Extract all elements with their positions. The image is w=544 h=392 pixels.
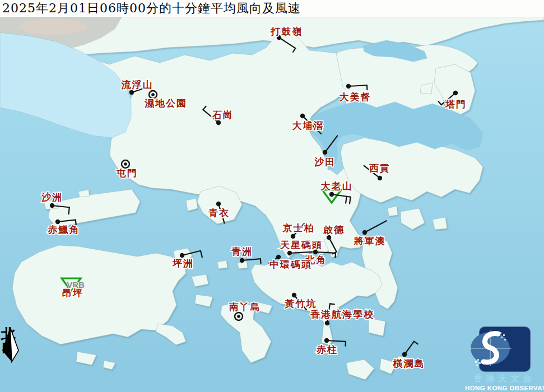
station-label: 屯門: [116, 167, 138, 179]
logo-name-en: HONG KONG OBSERVATORY: [465, 385, 544, 391]
station-label: 京士柏: [282, 222, 315, 234]
station-label: 中環碼頭: [269, 259, 312, 270]
logo-name-cn: 香港天文台: [465, 374, 544, 384]
station-label: 赤鱲角: [48, 224, 80, 235]
station-label: 青洲: [231, 246, 253, 257]
hk-map: 打鼓嶺流浮山濕地公園石崗大美督塔門大埔滘沙田西貢屯門沙洲赤鱲角大老山青衣坪洲青洲…: [0, 0, 544, 392]
title-bar: 2025年2月01日06時00分的十分鐘平均風向及風速: [0, 0, 544, 17]
calm-dot-icon: [124, 162, 127, 166]
station-label: 香港航海學校: [310, 309, 374, 320]
station-label: 打鼓嶺: [271, 26, 303, 37]
station-label: 塔門: [445, 99, 467, 110]
station-label: 坪洲: [172, 258, 194, 269]
wind-barb-tick: [330, 304, 334, 304]
station-label: 昂坪: [62, 287, 83, 298]
station-label: 黃竹坑: [285, 298, 317, 309]
north-arrow-icon: [1, 327, 20, 363]
station-label: 濕地公園: [144, 97, 187, 109]
station-label: 南丫島: [229, 301, 261, 312]
station-label: 天星碼頭: [280, 239, 323, 250]
station-label: 大埔滘: [292, 120, 324, 131]
compass: 北 N: [1, 327, 24, 355]
calm-dot-icon: [237, 315, 240, 318]
station-label: 赤柱: [316, 344, 338, 355]
station-label: 大美督: [340, 91, 371, 102]
hko-logo: 香港天文台 HONG KONG OBSERVATORY: [465, 326, 544, 391]
station-label: 橫瀾島: [393, 358, 425, 369]
calm-dot-icon: [151, 93, 155, 96]
station-label: 沙田: [314, 156, 336, 167]
station-label: 西貢: [369, 162, 390, 174]
wind-barb-tick: [261, 259, 261, 263]
station-label: 青衣: [208, 207, 230, 218]
station-label: 將軍澳: [354, 235, 386, 246]
station-label: 流浮山: [121, 79, 154, 90]
hko-emblem-icon: [479, 326, 531, 372]
station-label: 大老山: [321, 180, 353, 192]
wind-barb-tick: [69, 207, 69, 214]
station-label: 啟德: [323, 224, 345, 235]
station-label: 石崗: [212, 109, 234, 120]
weather-map-screen: 打鼓嶺流浮山濕地公園石崗大美督塔門大埔滘沙田西貢屯門沙洲赤鱲角大老山青衣坪洲青洲…: [0, 0, 544, 392]
station-label: 沙洲: [41, 192, 63, 203]
map-title: 2025年2月01日06時00分的十分鐘平均風向及風速: [0, 0, 301, 17]
